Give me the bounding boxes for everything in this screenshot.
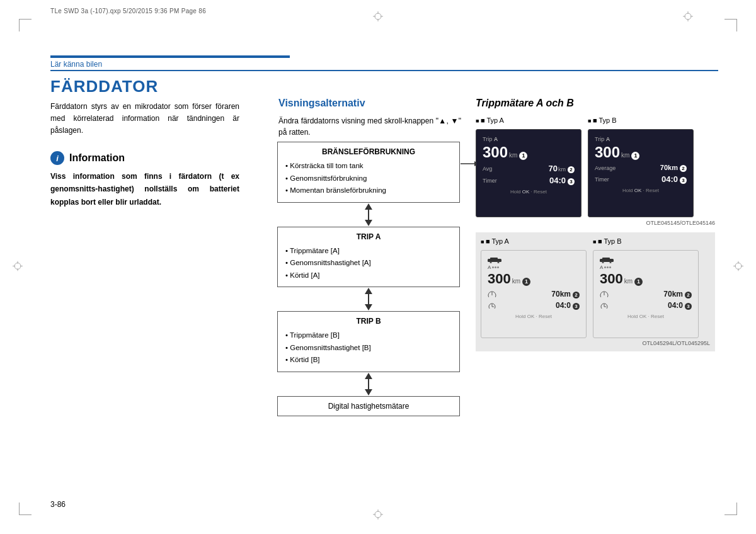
svg-marker-28 [365,288,372,294]
disp-b-unit: km [621,152,629,159]
car-icon-b [600,257,614,263]
corner-mark-bl [19,503,32,515]
svg-point-5 [685,13,691,20]
disp-a-value: 300 [483,144,508,161]
right-column: Trippmätare A och B ■ Typ A ■ Typ B Trip… [476,98,715,351]
disp-a-avg-val: 70 km 2 [549,164,575,173]
section-header-text: Lär känna bilen [50,60,102,69]
light-b-badge1: 1 [634,278,643,286]
svg-rect-32 [368,379,369,389]
display-b-dark: Trip A 300 km 1 Average 70km 2 Timer 04:… [588,129,694,217]
info-icon: i [50,151,64,165]
trip-a-title: TRIP A [285,232,452,241]
light-a-row2: 04:0 3 [488,301,580,310]
disp-a-avg-label: Avg [483,166,492,172]
disp-b-timer-label: Timer [595,176,609,183]
light-b-row1: 70km 2 [600,290,692,298]
left-column: Färddatorn styrs av en mikrodator som fö… [50,101,239,147]
svg-marker-30 [365,304,372,310]
svg-point-0 [375,13,381,20]
disp-b-value-row: 300 km 1 [595,144,687,161]
disp-a-unit: km [509,152,517,159]
bransle-item-3: • Momentan bränsleförbrukning [285,185,452,197]
trip-bottom-displays: A 300 km 1 [481,250,710,338]
light-b-speed-val: 70km 2 [663,290,692,298]
svg-rect-37 [490,258,498,260]
trip-a-item-1: • Trippmätare [A] [285,245,452,258]
trip-top-displays: Trip A 300 km 1 Avg 70 km 2 Timer 04:0 3 [476,129,715,217]
section-header-bar [50,55,290,58]
typ-b-label-bot: ■ Typ B [593,237,699,245]
flow-box-trip-a: TRIP A • Trippmätare [A] • Genomsnittsha… [277,227,460,288]
typ-a-label-top: ■ Typ A [476,116,581,124]
bottom-caption: OTL045294L/OTL045295L [481,340,710,346]
intro-text: Färddatorn styrs av en mikrodator som fö… [50,101,239,137]
crosshair-bottom [373,509,383,521]
trip-bottom-section: ■ Typ A ■ Typ B A [476,232,715,351]
light-b-value-row: 300 km 1 [600,271,692,287]
bransle-item-2: • Genomsnittsförbrukning [285,173,452,185]
flow-arrow-3 [277,372,460,396]
disp-b-badge2: 2 [680,165,687,172]
light-a-value-row: 300 km 1 [488,271,580,287]
flow-arrow-2 [277,287,460,311]
corner-mark-br [724,503,737,515]
light-a-badge2: 2 [573,292,580,298]
flow-box-bransle: BRÄNSLEFÖRBRUKNING • Körsträcka till tom… [277,142,460,203]
flow-box-digital: Digital hastighetsmätare [277,396,460,416]
disp-b-footer: Hold OK · Reset [595,188,687,193]
disp-a-timer-label: Timer [483,178,497,184]
clock-icon-a [488,302,496,309]
disp-a-value-row: 300 km 1 [483,144,575,161]
light-a-badge3: 3 [573,303,580,310]
trip-top-labels: ■ Typ A ■ Typ B [476,116,715,127]
typ-b-label-top: ■ Typ B [588,116,694,124]
trip-b-item-3: • Körtid [B] [285,354,452,366]
crosshair-left [13,261,23,273]
disp-b-value: 300 [595,144,620,161]
light-a-timer-val: 04:0 3 [556,301,580,310]
disp-b-avg-val: 70km 2 [660,164,687,172]
svg-marker-25 [365,203,372,210]
light-a-footer: Hold OK · Reset [488,314,580,319]
crosshair-right-top [683,11,693,23]
light-b-badge2: 2 [685,292,692,298]
page-number: 3-86 [50,500,66,509]
light-b-badge3: 3 [685,303,692,310]
svg-point-20 [375,511,381,518]
display-a-light: A 300 km 1 [481,250,587,338]
section-header-underline [50,70,290,71]
disp-b-row2: Timer 04:0 3 [595,174,687,184]
disp-b-timer-val: 04:0 3 [662,174,687,184]
disp-b-trip-label: Trip A [595,136,687,142]
disp-b-badge1: 1 [631,152,639,160]
flow-container: BRÄNSLEFÖRBRUKNING • Körsträcka till tom… [277,142,460,416]
light-b-trip-row: A [600,264,692,270]
trip-b-item-1: • Trippmätare [B] [285,329,452,342]
bransle-title: BRÄNSLEFÖRBRUKNING [285,147,452,156]
light-a-row1: 70km 2 [488,290,580,298]
trip-bottom-labels: ■ Typ A ■ Typ B [481,237,710,247]
flow-arrow-1 [277,203,460,227]
display-a-dark: Trip A 300 km 1 Avg 70 km 2 Timer 04:0 3 [476,129,581,217]
info-box: i Information Viss information som finns… [50,151,239,208]
disp-b-row1: Average 70km 2 [595,164,687,172]
svg-rect-26 [368,210,369,220]
light-b-timer-val: 04:0 3 [668,301,692,310]
disp-b-avg-label: Average [595,165,616,171]
digital-title: Digital hastighetsmätare [285,402,452,411]
light-b-row2: 04:0 3 [600,301,692,310]
info-body: Viss information som finns i färdatorn (… [50,170,239,208]
display-b-light: A 300 km 1 [593,250,699,338]
trip-a-item-3: • Körtid [A] [285,270,452,282]
file-info: TLe SWD 3a (-107).qxp 5/20/2015 9:36 PM … [50,8,206,14]
mid-column: Visningsalternativ Ändra färddatorns vis… [278,98,461,147]
trip-title: Trippmätare A och B [476,98,715,109]
light-a-trip-row: A [488,264,580,270]
flow-box-trip-b: TRIP B • Trippmätare [B] • Genomsnittsha… [277,311,460,372]
disp-a-row1: Avg 70 km 2 [483,164,575,173]
corner-mark-tr [724,19,737,31]
light-b-header [600,257,692,263]
disp-a-badge1: 1 [519,152,527,160]
disp-a-badge2: 2 [568,166,575,173]
